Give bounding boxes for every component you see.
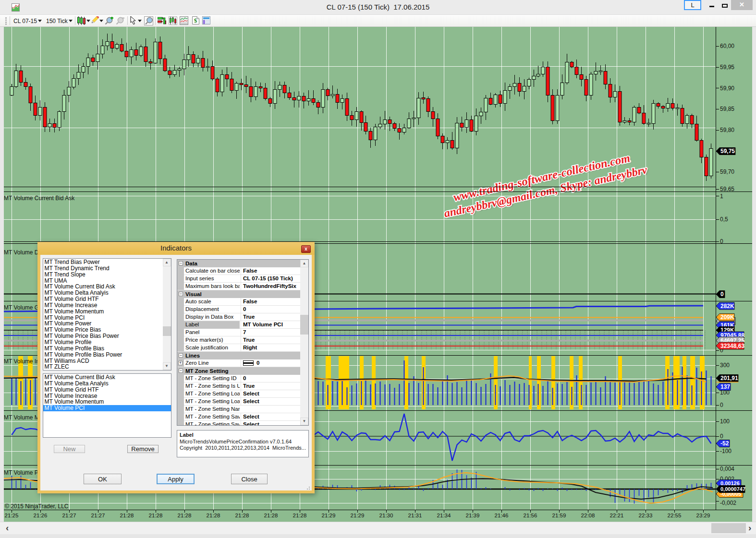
- svg-text:59,85: 59,85: [720, 106, 734, 112]
- svg-text:21:29: 21:29: [351, 513, 365, 518]
- svg-text:1: 1: [720, 193, 723, 200]
- svg-text:0,0000747: 0,0000747: [720, 486, 745, 492]
- svg-text:21:28: 21:28: [120, 513, 134, 518]
- svg-text:-0,002: -0,002: [720, 500, 736, 506]
- svg-text:59,90: 59,90: [720, 85, 734, 92]
- svg-text:21:28: 21:28: [293, 513, 307, 518]
- svg-text:21:25: 21:25: [5, 513, 19, 518]
- svg-text:59,75: 59,75: [720, 148, 735, 155]
- svg-text:21:30: 21:30: [379, 513, 393, 518]
- svg-text:0: 0: [720, 433, 723, 440]
- svg-text:21:28: 21:28: [264, 513, 278, 518]
- svg-text:-52: -52: [720, 440, 729, 447]
- svg-text:23:29: 23:29: [696, 513, 710, 518]
- svg-text:-100: -100: [720, 448, 732, 454]
- svg-text:59,80: 59,80: [720, 127, 734, 133]
- svg-text:59,65: 59,65: [720, 186, 734, 192]
- svg-text:22:33: 22:33: [639, 513, 653, 518]
- svg-text:282K: 282K: [720, 303, 734, 310]
- svg-text:0: 0: [720, 291, 724, 298]
- svg-text:MT Volume Current Bid Ask: MT Volume Current Bid Ask: [4, 195, 75, 202]
- svg-text:21:27: 21:27: [91, 513, 105, 518]
- svg-text:60,00: 60,00: [720, 43, 734, 49]
- svg-text:0: 0: [720, 238, 723, 245]
- svg-text:21:26: 21:26: [34, 513, 48, 518]
- svg-text:59,95: 59,95: [720, 64, 734, 71]
- svg-text:59,70: 59,70: [720, 168, 734, 175]
- svg-text:21:28: 21:28: [178, 513, 192, 518]
- svg-text:© 2015 NinjaTrader, LLC: © 2015 NinjaTrader, LLC: [5, 503, 69, 510]
- svg-text:21:28: 21:28: [207, 513, 220, 518]
- svg-text:201,91: 201,91: [720, 375, 738, 382]
- svg-text:137: 137: [720, 383, 730, 390]
- svg-text:21:39: 21:39: [466, 513, 480, 518]
- svg-text:21:28: 21:28: [235, 513, 249, 518]
- svg-text:0,5: 0,5: [720, 216, 728, 223]
- svg-text:22:55: 22:55: [668, 513, 682, 518]
- svg-text:22:08: 22:08: [581, 513, 595, 518]
- svg-text:21:29: 21:29: [322, 513, 336, 518]
- svg-text:22:21: 22:21: [610, 513, 624, 518]
- svg-text:21:31: 21:31: [408, 513, 422, 518]
- svg-text:21:28: 21:28: [149, 513, 163, 518]
- svg-text:21:27: 21:27: [62, 513, 76, 518]
- svg-text:0,004: 0,004: [720, 466, 734, 472]
- svg-text:209K: 209K: [720, 314, 734, 321]
- svg-text:21:34: 21:34: [437, 513, 451, 518]
- svg-text:21:56: 21:56: [524, 513, 537, 518]
- svg-text:32348,63: 32348,63: [720, 343, 744, 349]
- svg-text:$: $: [194, 17, 197, 24]
- svg-text:21:46: 21:46: [495, 513, 509, 518]
- svg-text:0: 0: [720, 402, 723, 408]
- svg-text:21:59: 21:59: [552, 513, 566, 518]
- svg-text:300: 300: [720, 362, 730, 369]
- svg-text:100: 100: [720, 418, 730, 425]
